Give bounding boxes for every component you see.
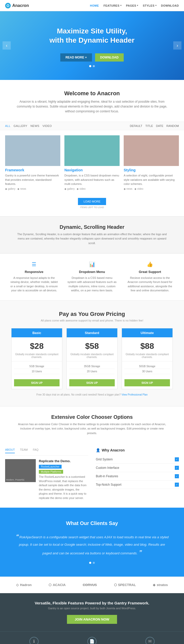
filter-gallery[interactable]: GALLERY: [14, 124, 27, 127]
demo-right: 👤 Why Anacron Grid System ✓ Custom Inter…: [96, 448, 179, 500]
color-chooser-description: Anacron has an extensive Color Chooser i…: [15, 422, 169, 436]
testimonial-dots: [15, 562, 169, 564]
doc-icon: 📄: [87, 637, 97, 644]
standard-users: 20 Users: [69, 369, 115, 374]
tab-about[interactable]: ABOUT: [5, 448, 15, 453]
styles-arrow: ▾: [155, 4, 157, 7]
gallery-section: Framework Gantry is a powerful core them…: [0, 130, 184, 195]
filter-all[interactable]: ALL: [5, 124, 10, 127]
pricing-card-ultimate: Ultimate $88 Globally incubate standards…: [122, 328, 173, 389]
why-item-grid: Grid System ✓: [96, 455, 179, 464]
load-more-sub: ITEMS LEFT TO LOAD: [5, 206, 179, 209]
gallery-title-1[interactable]: Framework: [5, 168, 60, 172]
ultimate-signup-button[interactable]: SIGN UP: [124, 379, 170, 386]
hero-next-button[interactable]: ›: [173, 41, 181, 50]
feature-responsive-title: Responsive: [9, 270, 59, 274]
gallery-tags-2: ◆ gallery◆ video: [64, 187, 120, 190]
welcome-section: Welcome to Anacron Anacron is a vibrant,…: [0, 80, 184, 122]
gallery-title-2[interactable]: Navigation: [64, 168, 120, 172]
nav-download[interactable]: DOWNLOAD: [161, 4, 179, 7]
filter-date[interactable]: DATE: [156, 124, 164, 127]
nav-styles[interactable]: STYLES▾: [143, 4, 156, 7]
logos-bar: ◇ Hadron ⬡ ACACIA CORVUS ⬡ SPECTRAL ◈ st…: [0, 577, 184, 593]
pricing-section: Pay as You Grow Pricing All plans come w…: [0, 300, 184, 406]
features-section: ☰ Responsive A responsive layout adapts …: [0, 254, 184, 300]
why-check-builtin: ✓: [175, 474, 179, 478]
demo-description: The RocketLauncher is a customised WordP…: [39, 475, 88, 500]
why-icon: 👤: [96, 448, 100, 452]
gallery-title-3[interactable]: Styling: [124, 168, 179, 172]
feature-responsive-desc: A responsive layout adapts to the viewin…: [9, 276, 59, 293]
feature-dropdown-desc: Dropdown is a CSS based menu system with…: [67, 276, 117, 293]
nav-home[interactable]: HOME: [90, 4, 99, 7]
hero-dots: [89, 65, 95, 67]
gallery-tags-1: ◆ gallery◆ news: [5, 187, 60, 190]
pricing-standard-desc: Globally incubate standards compliant ch…: [67, 353, 117, 361]
filter-news[interactable]: NEWS: [30, 124, 39, 127]
pricing-basic-price: $28: [12, 337, 62, 353]
pricing-ultimate-desc: Globally incubate standards compliant ch…: [122, 353, 172, 361]
pricing-ultimate-features: 50GB Storage 30 Users: [122, 361, 172, 377]
logo[interactable]: Anacron: [5, 3, 29, 8]
tab-team[interactable]: TEAM: [20, 448, 28, 453]
footer-icons: ℹ 📄 ✉: [0, 631, 184, 644]
testimonial-quote: ❝ RokAjaxSearch is a configurable search…: [15, 531, 169, 558]
basic-storage: 5GB Storage: [14, 364, 60, 369]
filter-bar: ALL GALLERY NEWS VIDEO DEFAULT TITLE DAT…: [0, 122, 184, 130]
nav-pages[interactable]: PAGES▾: [126, 4, 138, 7]
demo-badge-rocket: RocketLauncher: [39, 465, 62, 469]
testimonials-title: What Our Clients Say: [15, 520, 169, 526]
gallery-desc-3: A selection of eight, configurable prese…: [124, 173, 179, 186]
features-arrow: ▾: [120, 4, 122, 7]
feature-support-desc: Recieve exclusive access to the Anacron …: [125, 276, 175, 293]
filter-default[interactable]: DEFAULT: [130, 124, 142, 127]
download-button[interactable]: DOWNLOAD: [95, 53, 124, 62]
hero-title: Maximize Site Utility,with the Dynamic H…: [50, 27, 135, 45]
feature-support: 👍 Great Support Recieve exclusive access…: [121, 261, 179, 293]
dynamic-header-title: Dynamic, Scrolling Header: [15, 224, 169, 230]
hero-dot-2[interactable]: [93, 65, 95, 67]
readmore-button[interactable]: READ MORE +: [60, 53, 92, 62]
pricing-ultimate-header: Ultimate: [122, 328, 172, 337]
why-check-custom: ✓: [175, 466, 179, 470]
pricing-basic-desc: Globally incubate standards compliant ch…: [12, 353, 62, 361]
tab-faq[interactable]: FAQ: [33, 448, 38, 453]
pricing-subtitle: All plans come with awesome support by e…: [5, 319, 179, 322]
filter-random[interactable]: RANDOM: [166, 124, 179, 127]
gallery-item-2: Navigation Dropdown, is a CSS based drop…: [64, 135, 120, 190]
filter-title[interactable]: TITLE: [145, 124, 153, 127]
demo-content: Replicate the Demo. RocketLauncher Multi…: [39, 459, 88, 500]
hero-prev-button[interactable]: ‹: [3, 41, 11, 50]
email-icon: ✉: [145, 637, 155, 644]
basic-signup-button[interactable]: SIGN UP: [14, 379, 60, 386]
pricing-standard-price: $58: [67, 337, 117, 353]
pricing-note-link[interactable]: View Professional Plan: [121, 393, 147, 396]
feature-responsive: ☰ Responsive A responsive layout adapts …: [5, 261, 63, 293]
gallery-img-1: [5, 135, 60, 166]
nav-links: HOME FEATURES▾ PAGES▾ STYLES▾ DOWNLOAD: [90, 4, 179, 7]
quote-close-icon: ❞: [139, 549, 142, 556]
testimonial-dot-2[interactable]: [93, 562, 95, 564]
load-more-button[interactable]: LOAD MORE: [78, 198, 106, 205]
footer-icon-info: ℹ: [29, 637, 39, 644]
gallery-tags-3: ◆ news◆ video: [124, 187, 179, 190]
gallery-img-2: [64, 135, 120, 166]
quote-open-icon: ❝: [15, 533, 18, 540]
pricing-standard-header: Standard: [67, 328, 117, 337]
standard-signup-button[interactable]: SIGN UP: [69, 379, 115, 386]
hero-dot-1[interactable]: [89, 65, 91, 67]
dynamic-header-description: The Dynamic, Scrolling Header, is a cust…: [15, 232, 169, 246]
dropdown-icon: 📊: [67, 261, 117, 267]
demo-left: ABOUT TEAM FAQ Modern, Powerful. Replica…: [5, 448, 88, 500]
nav-features[interactable]: FEATURES▾: [103, 4, 121, 7]
why-item-support: Top-Notch Support ✓: [96, 481, 179, 489]
why-item-builtin: Built-in Features ✓: [96, 472, 179, 481]
testimonial-dot-1[interactable]: [89, 562, 91, 564]
welcome-description: Anacron is a vibrant, highly adaptable a…: [15, 99, 169, 114]
filter-video[interactable]: VIDEO: [42, 124, 52, 127]
join-button[interactable]: JOIN ANACRON NOW: [67, 615, 117, 624]
pricing-cards: Basic $28 Globally incubate standards co…: [5, 328, 179, 389]
pricing-basic-header: Basic: [12, 328, 62, 337]
gallery-desc-1: Gantry is a powerful core theme framewor…: [5, 173, 60, 186]
gantry-subtitle: Gantry is an open source project, built …: [15, 607, 169, 610]
